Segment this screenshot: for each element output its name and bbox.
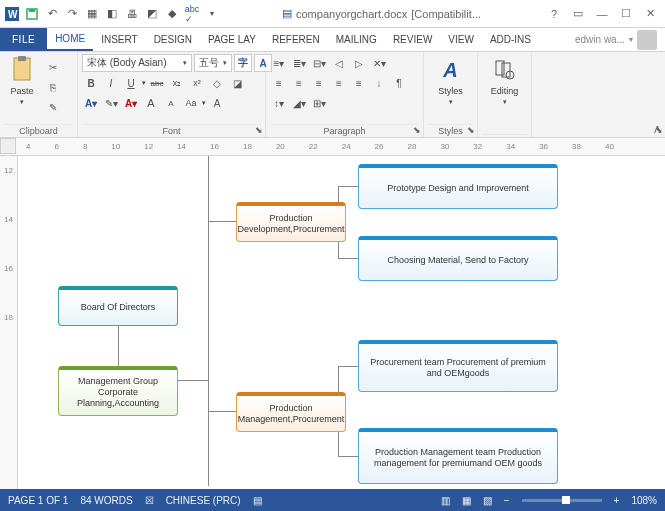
maximize-button[interactable]: ☐ [615, 4, 637, 24]
borders-button[interactable]: ⊞▾ [310, 94, 328, 112]
org-box-pmteam[interactable]: Production Management team Production ma… [358, 428, 558, 484]
font-size-input[interactable]: 五号▾ [194, 54, 232, 72]
tab-page-layout[interactable]: PAGE LAY [200, 28, 264, 51]
distributed-button[interactable]: ≡ [350, 74, 368, 92]
minimize-button[interactable]: — [591, 4, 613, 24]
line-spacing-button[interactable]: ↕▾ [270, 94, 288, 112]
char-shading-button[interactable]: A [208, 94, 226, 112]
close-button[interactable]: ✕ [639, 4, 661, 24]
macro-status[interactable]: ▤ [253, 495, 262, 506]
save-icon[interactable] [24, 6, 40, 22]
word-count[interactable]: 84 WORDS [80, 495, 132, 506]
org-box-prodmgmt[interactable]: Production Management,Procurement [236, 392, 346, 432]
italic-button[interactable]: I [102, 74, 120, 92]
group-editing: Editing ▾ [478, 52, 532, 137]
asian-layout-button[interactable]: ✕▾ [370, 54, 388, 72]
read-mode-button[interactable]: ▥ [441, 495, 450, 506]
window-title: ▤ companyorgchart.docx [Compatibilit... [220, 7, 543, 20]
redo-icon[interactable]: ↷ [64, 6, 80, 22]
numbering-button[interactable]: ≣▾ [290, 54, 308, 72]
highlight-button[interactable]: ✎▾ [102, 94, 120, 112]
org-box-proto[interactable]: Prototype Design and Improvement [358, 164, 558, 209]
tab-insert[interactable]: INSERT [93, 28, 146, 51]
ribbon: Paste ▾ ✂ ⎘ ✎ Clipboard ⬊ 宋体 (Body Asian… [0, 52, 665, 138]
text-effects-button[interactable]: A▾ [82, 94, 100, 112]
org-box-board[interactable]: Board Of Directors [58, 286, 178, 326]
eraser-button[interactable]: ◪ [228, 74, 246, 92]
underline-button[interactable]: U [122, 74, 140, 92]
ruler-tick: 34 [506, 142, 515, 151]
print-icon[interactable]: 🖶 [124, 6, 140, 22]
grow-font-button[interactable]: A [142, 94, 160, 112]
decrease-indent-button[interactable]: ◁ [330, 54, 348, 72]
help-button[interactable]: ? [543, 4, 565, 24]
language-status[interactable]: CHINESE (PRC) [166, 495, 241, 506]
increase-indent-button[interactable]: ▷ [350, 54, 368, 72]
font-name-input[interactable]: 宋体 (Body Asian)▾ [82, 54, 192, 72]
qat-dropdown-icon[interactable]: ▾ [204, 6, 220, 22]
qat-icon-1[interactable]: ▦ [84, 6, 100, 22]
styles-button[interactable]: A Styles ▾ [433, 54, 469, 108]
spellcheck-status[interactable]: ☒ [145, 495, 154, 506]
spellcheck-icon[interactable]: abc✓ [184, 6, 200, 22]
shading-button[interactable]: ◢▾ [290, 94, 308, 112]
align-left-button[interactable]: ≡ [270, 74, 288, 92]
superscript-button[interactable]: x² [188, 74, 206, 92]
clear-format-button[interactable]: ◇ [208, 74, 226, 92]
tab-review[interactable]: REVIEW [385, 28, 440, 51]
tab-file[interactable]: FILE [0, 28, 47, 51]
collapse-ribbon-button[interactable]: ᐱ [654, 124, 661, 135]
font-color-button[interactable]: A▾ [122, 94, 140, 112]
align-center-button[interactable]: ≡ [290, 74, 308, 92]
styles-launcher[interactable]: ⬊ [467, 125, 475, 135]
zoom-slider[interactable] [522, 499, 602, 502]
zoom-level[interactable]: 108% [631, 495, 657, 506]
org-box-proddev[interactable]: Production Development,Procurement [236, 202, 346, 242]
paste-button[interactable]: Paste ▾ [4, 54, 40, 108]
ribbon-display-button[interactable]: ▭ [567, 4, 589, 24]
ruler-tick: 20 [276, 142, 285, 151]
statusbar: PAGE 1 OF 1 84 WORDS ☒ CHINESE (PRC) ▤ ▥… [0, 489, 665, 511]
qat-icon-4[interactable]: ◆ [164, 6, 180, 22]
strike-button[interactable]: abc [148, 74, 166, 92]
char-border-button[interactable]: 字 [234, 54, 252, 72]
font-launcher[interactable]: ⬊ [255, 125, 263, 135]
tab-mailings[interactable]: MAILING [328, 28, 385, 51]
paragraph-launcher[interactable]: ⬊ [413, 125, 421, 135]
ruler-vertical[interactable]: 12141618 [0, 156, 18, 489]
print-layout-button[interactable]: ▦ [462, 495, 471, 506]
cut-button[interactable]: ✂ [44, 58, 62, 76]
qat-icon-3[interactable]: ◩ [144, 6, 160, 22]
change-case-button[interactable]: Aa [182, 94, 200, 112]
user-account[interactable]: edwin wa... ▾ [567, 28, 665, 51]
bullets-button[interactable]: ≡▾ [270, 54, 288, 72]
org-box-material[interactable]: Choosing Material, Send to Factory [358, 236, 558, 281]
avatar [637, 30, 657, 50]
document-canvas[interactable]: Board Of Directors Management Group Corp… [18, 156, 665, 489]
tab-view[interactable]: VIEW [440, 28, 482, 51]
multilevel-button[interactable]: ⊟▾ [310, 54, 328, 72]
tab-design[interactable]: DESIGN [146, 28, 200, 51]
format-painter-button[interactable]: ✎ [44, 98, 62, 116]
subscript-button[interactable]: x₂ [168, 74, 186, 92]
zoom-out-button[interactable]: − [504, 495, 510, 506]
shrink-font-button[interactable]: A [162, 94, 180, 112]
editing-button[interactable]: Editing ▾ [487, 54, 523, 108]
show-marks-button[interactable]: ¶ [390, 74, 408, 92]
undo-icon[interactable]: ↶ [44, 6, 60, 22]
ruler-horizontal[interactable]: 46810121416182022242628303234363840 [0, 138, 665, 156]
page-status[interactable]: PAGE 1 OF 1 [8, 495, 68, 506]
justify-button[interactable]: ≡ [330, 74, 348, 92]
org-box-procteam[interactable]: Procurement team Procurement of premium … [358, 340, 558, 392]
zoom-in-button[interactable]: + [614, 495, 620, 506]
qat-icon-2[interactable]: ◧ [104, 6, 120, 22]
copy-button[interactable]: ⎘ [44, 78, 62, 96]
tab-addins[interactable]: ADD-INS [482, 28, 539, 51]
org-box-mgmt[interactable]: Management Group Corporate Planning,Acco… [58, 366, 178, 416]
bold-button[interactable]: B [82, 74, 100, 92]
tab-home[interactable]: HOME [47, 28, 93, 51]
align-right-button[interactable]: ≡ [310, 74, 328, 92]
sort-button[interactable]: ↓ [370, 74, 388, 92]
web-layout-button[interactable]: ▧ [483, 495, 492, 506]
tab-references[interactable]: REFEREN [264, 28, 328, 51]
